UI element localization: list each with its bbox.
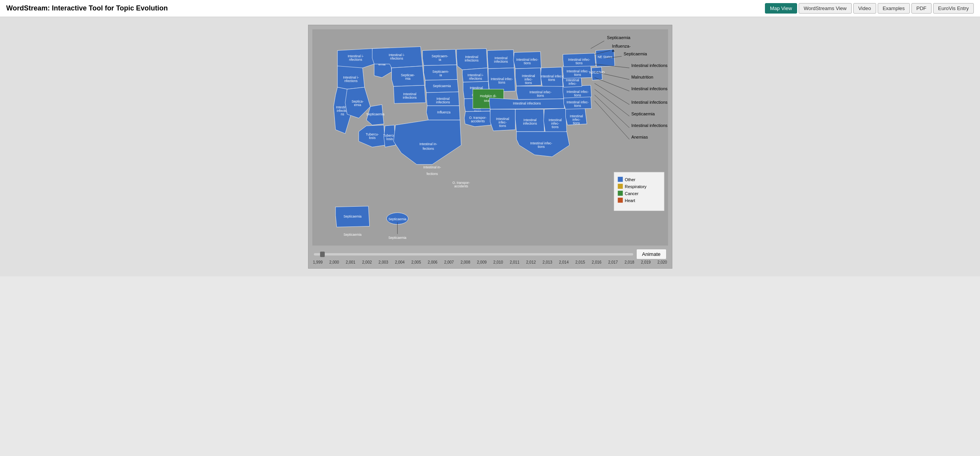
svg-marker-95 — [515, 109, 544, 132]
header: WordStream: Interactive Tool for Topic E… — [0, 0, 980, 17]
svg-text:Respiratory: Respiratory — [625, 184, 647, 189]
year-label-17: 2,016 — [592, 260, 601, 264]
svg-marker-105 — [565, 108, 587, 125]
svg-rect-160 — [618, 198, 623, 203]
svg-marker-124 — [591, 67, 602, 80]
nav-map-view[interactable]: Map View — [765, 3, 797, 14]
svg-marker-42 — [426, 92, 459, 106]
svg-text:a: a — [612, 48, 615, 53]
year-label-12: 2,011 — [510, 260, 519, 264]
year-label-16: 2,015 — [575, 260, 585, 264]
year-label-5: 2,004 — [395, 260, 405, 264]
nav-wordstreams-view[interactable]: WordStreams View — [799, 3, 852, 14]
svg-text:Influenza-: Influenza- — [612, 44, 631, 49]
svg-rect-154 — [618, 177, 623, 182]
svg-marker-70 — [488, 68, 515, 92]
year-label-18: 2,017 — [608, 260, 618, 264]
nav-buttons: Map View WordStreams View Video Examples… — [765, 3, 974, 14]
year-label-1: 2,000 — [329, 260, 339, 264]
timeline-track[interactable] — [314, 253, 633, 255]
nav-pdf[interactable]: PDF — [911, 3, 932, 14]
svg-marker-89 — [489, 98, 565, 109]
year-label-19: 2,018 — [625, 260, 634, 264]
nav-video[interactable]: Video — [853, 3, 876, 14]
svg-rect-156 — [618, 184, 623, 189]
svg-marker-121 — [563, 53, 596, 67]
svg-rect-158 — [618, 191, 623, 196]
year-label-6: 2,005 — [411, 260, 421, 264]
svg-text:Septicaemia: Septicaemia — [623, 51, 647, 56]
svg-marker-37 — [424, 65, 457, 80]
svg-marker-23 — [393, 85, 425, 103]
svg-marker-118 — [563, 65, 591, 78]
svg-text:Intestinal infections: Intestinal infections — [631, 86, 668, 91]
svg-text:Heart: Heart — [625, 198, 635, 203]
svg-marker-4 — [337, 66, 364, 89]
timeline-thumb[interactable] — [320, 252, 325, 257]
svg-text:Intestinal infections: Intestinal infections — [631, 123, 668, 128]
svg-marker-20 — [391, 66, 424, 86]
us-map-svg: Intestinal i- nfections Intestinal i- nf… — [312, 29, 668, 246]
year-label-7: 2,006 — [428, 260, 437, 264]
svg-marker-128 — [335, 206, 369, 227]
svg-text:Intestinal infections: Intestinal infections — [631, 100, 668, 105]
svg-marker-86 — [516, 86, 563, 99]
year-label-15: 2,014 — [559, 260, 568, 264]
year-label-8: 2,007 — [444, 260, 454, 264]
year-label-9: 2,008 — [460, 260, 470, 264]
svg-text:Other: Other — [625, 177, 636, 182]
svg-marker-40 — [425, 79, 458, 93]
svg-marker-50 — [456, 49, 487, 70]
svg-text:Malnutrition: Malnutrition — [631, 75, 653, 79]
svg-text:Intestinal infections: Intestinal infections — [631, 63, 668, 68]
svg-text:Anemias: Anemias — [631, 135, 648, 139]
year-label-11: 2,010 — [493, 260, 503, 264]
svg-marker-76 — [513, 51, 541, 69]
svg-marker-67 — [487, 50, 514, 69]
map-container: Intestinal i- nfections Intestinal i- nf… — [308, 25, 672, 269]
map-svg-area: Intestinal i- nfections Intestinal i- nf… — [312, 29, 668, 246]
svg-marker-45 — [426, 106, 460, 120]
svg-marker-34 — [422, 49, 456, 65]
svg-marker-83 — [540, 67, 563, 87]
svg-marker-53 — [462, 68, 488, 82]
page-title: WordStream: Interactive Tool for Topic E… — [6, 4, 168, 12]
svg-text:Septicaemia: Septicaemia — [631, 111, 655, 116]
nav-examples[interactable]: Examples — [878, 3, 910, 14]
year-label-20: 2,019 — [641, 260, 651, 264]
svg-marker-98 — [543, 108, 567, 134]
year-label-10: 2,009 — [477, 260, 487, 264]
year-label-13: 2,012 — [526, 260, 536, 264]
animate-button[interactable]: Animate — [636, 249, 667, 259]
year-label-21: 2,020 — [657, 260, 667, 264]
year-label-14: 2,013 — [543, 260, 552, 264]
svg-marker-91 — [490, 109, 515, 131]
svg-text:Cancer: Cancer — [625, 191, 639, 196]
year-label-0: 1,999 — [313, 260, 323, 264]
year-label-4: 2,003 — [379, 260, 388, 264]
svg-marker-31 — [384, 125, 395, 147]
main-content: Intestinal i- nfections Intestinal i- nf… — [0, 17, 980, 276]
timeline-area: Animate — [312, 249, 668, 259]
year-label-2: 2,001 — [346, 260, 355, 264]
nav-eurovis-entry[interactable]: EuroVis Entry — [933, 3, 974, 14]
svg-marker-64 — [464, 111, 491, 127]
timeline-labels: 1,999 2,000 2,001 2,002 2,003 2,004 2,00… — [312, 260, 668, 264]
svg-text:Septicaemia: Septicaemia — [607, 35, 630, 40]
year-label-3: 2,002 — [362, 260, 372, 264]
svg-marker-79 — [515, 68, 541, 86]
